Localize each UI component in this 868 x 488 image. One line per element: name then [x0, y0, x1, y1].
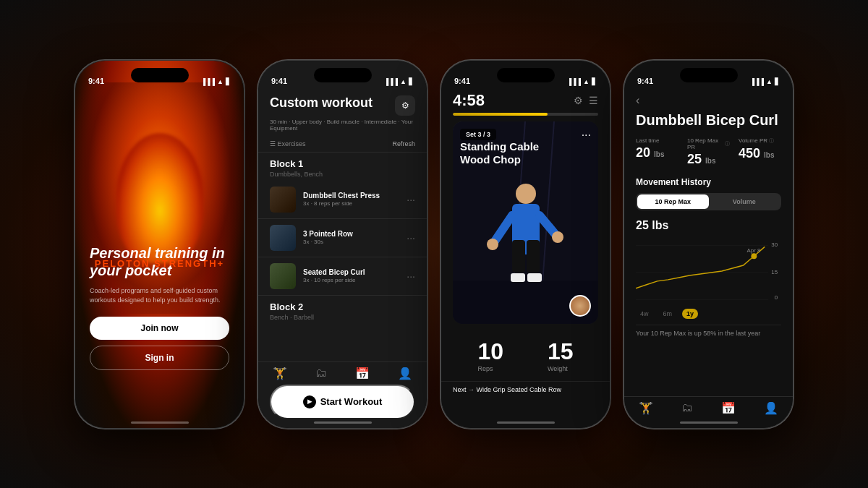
exercise-thumbnail [270, 187, 296, 213]
reps-value: 10 [477, 338, 503, 365]
status-time: 9:41 [88, 77, 104, 85]
nav-history-icon[interactable]: 🗂 [315, 367, 327, 380]
exercise-detail: 3x · 10 reps per side [303, 277, 399, 283]
signal-icon: ▐▐▐ [384, 78, 398, 85]
last-time-stat: Last time 20 lbs [636, 137, 678, 167]
bottom-nav: 🏋 🗂 📅 👤 [258, 361, 427, 385]
nav-profile-icon[interactable]: 👤 [764, 401, 778, 415]
filter-4w-button[interactable]: 4w [636, 309, 653, 319]
more-options-icon[interactable]: ··· [582, 129, 591, 142]
block2-subtitle: Bench · Barbell [258, 314, 427, 325]
exercise-stats: 10 Reps 15 Weight [441, 330, 610, 381]
volume-value: 450 lbs [739, 146, 781, 161]
exercise-topbar: 4:58 ⚙ ☰ [441, 88, 610, 113]
thumb-image [270, 263, 296, 289]
exercise-menu-icon[interactable]: ··· [407, 232, 415, 244]
time-filter-buttons: 4w 6m 1y [636, 309, 781, 319]
weight-value: 15 [548, 338, 574, 365]
battery-icon: ▋ [409, 78, 414, 85]
phone-2: 9:41 ▐▐▐ ▲ ▋ Custom workout ⚙ 30 min · U… [258, 60, 427, 429]
reps-stat: 10 Reps [477, 338, 503, 372]
nav-calendar-icon[interactable]: 📅 [355, 367, 370, 380]
home-indicator [497, 421, 555, 424]
list-icon[interactable]: ☰ [589, 95, 598, 106]
filter-6m-button[interactable]: 6m [659, 309, 677, 319]
svg-rect-9 [527, 273, 542, 282]
toggle-10rep-button[interactable]: 10 Rep Max [637, 194, 709, 209]
status-icons: ▐▐▐ ▲ ▋ [384, 78, 414, 85]
battery-icon: ▋ [226, 78, 231, 85]
signal-icon: ▐▐▐ [567, 78, 581, 85]
svg-point-13 [552, 231, 563, 243]
exercise-menu-icon[interactable]: ··· [407, 270, 415, 282]
nav-history-icon[interactable]: 🗂 [681, 401, 693, 415]
home-indicator [680, 421, 738, 424]
last-time-value: 20 lbs [636, 145, 678, 160]
next-label: Next [453, 386, 467, 393]
join-now-button[interactable]: Join now [90, 317, 229, 340]
divider [258, 152, 427, 153]
status-time: 9:41 [637, 77, 653, 85]
subtitle: Coach-led programs and self-guided custo… [90, 286, 229, 304]
exercise-info: 3 Pointed Row 3x · 30s [303, 230, 399, 245]
status-icons: ▐▐▐ ▲ ▋ [750, 78, 780, 85]
progress-bar [453, 113, 598, 116]
exercise-video: Set 3 / 3 Standing Cable Wood Chop ··· [453, 121, 598, 324]
sign-in-button[interactable]: Sign in [90, 346, 229, 370]
wifi-icon: ▲ [400, 78, 407, 85]
settings-icon[interactable]: ⚙ [574, 95, 583, 106]
last-time-label: Last time [636, 137, 678, 144]
workout-title: Custom workout [270, 95, 373, 111]
block1-subtitle: Dumbbells, Bench [258, 171, 427, 182]
volume-label: Volume PR ⓘ [739, 137, 781, 145]
thumb-image [270, 187, 296, 213]
start-workout-button[interactable]: ▶ Start Workout [270, 385, 415, 419]
nav-profile-icon[interactable]: 👤 [398, 367, 412, 380]
nav-workout-icon[interactable]: 🏋 [273, 367, 287, 380]
battery-icon: ▋ [592, 78, 597, 85]
info-icon: ⓘ [769, 137, 774, 145]
weight-stat: 15 Weight [548, 338, 574, 372]
refresh-button[interactable]: Refresh [392, 140, 415, 147]
svg-rect-8 [511, 273, 525, 282]
splash-content: Personal training in your pocket Coach-l… [90, 244, 229, 369]
svg-text:30: 30 [771, 241, 778, 248]
dynamic-island [314, 68, 372, 82]
back-button[interactable]: ‹ [636, 94, 781, 107]
filter-1y-button[interactable]: 1y [682, 309, 698, 319]
fire-graphic [116, 133, 203, 263]
exercise-name: Dumbbell Chest Press [303, 192, 399, 200]
divider [258, 295, 427, 296]
home-indicator [131, 421, 189, 424]
battery-icon: ▋ [775, 78, 780, 85]
exercise-info: Dumbbell Chest Press 3x · 8 reps per sid… [303, 192, 399, 207]
exercise-thumbnail [270, 225, 296, 251]
block2-title: Block 2 [258, 297, 427, 314]
exercise-row[interactable]: Dumbbell Chest Press 3x · 8 reps per sid… [258, 182, 427, 217]
progress-chart: 30 15 0 Apr 8 [636, 238, 781, 303]
phone-1: 9:41 ▐▐▐ ▲ ▋ PELOTON STRENGTH+ Personal … [75, 60, 244, 429]
workout-header: Custom workout ⚙ [258, 88, 427, 119]
toggle-volume-button[interactable]: Volume [709, 194, 780, 209]
nav-workout-icon[interactable]: 🏋 [639, 401, 653, 415]
reps-label: Reps [477, 365, 503, 372]
set-badge: Set 3 / 3 [460, 129, 496, 140]
exercise-name: Seated Bicep Curl [303, 268, 399, 276]
exercise-detail: 3x · 8 reps per side [303, 200, 399, 207]
svg-rect-7 [527, 240, 540, 273]
exercise-name: Standing Cable Wood Chop [460, 140, 547, 166]
thumb-image [270, 225, 296, 251]
filter-button[interactable]: ⚙ [395, 95, 415, 116]
bottom-nav: 🏋 🗂 📅 👤 [624, 396, 793, 419]
status-icons: ▐▐▐ ▲ ▋ [567, 78, 597, 85]
nav-calendar-icon[interactable]: 📅 [721, 401, 736, 415]
workout-meta: 30 min · Upper body · Build muscle · Int… [258, 119, 427, 137]
exercise-row[interactable]: Seated Bicep Curl 3x · 10 reps per side … [258, 259, 427, 294]
svg-point-20 [751, 253, 757, 259]
next-exercise-name: Wide Grip Seated Cable Row [477, 386, 562, 393]
exercise-menu-icon[interactable]: ··· [407, 194, 415, 205]
volume-stat: Volume PR ⓘ 450 lbs [739, 137, 781, 167]
exercise-row[interactable]: 3 Pointed Row 3x · 30s ··· [258, 221, 427, 255]
status-time: 9:41 [271, 77, 287, 85]
status-time: 9:41 [454, 77, 470, 85]
